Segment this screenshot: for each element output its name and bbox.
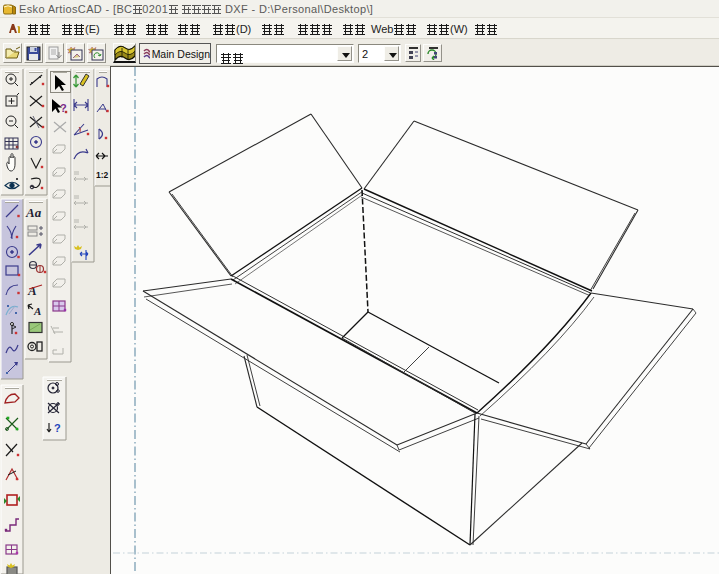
svg-text:1:2: 1:2 <box>96 170 109 180</box>
svg-text:A: A <box>27 283 37 298</box>
svg-text:Aa: Aa <box>25 205 42 220</box>
svg-text:?: ? <box>54 422 61 434</box>
svg-text:A: A <box>33 305 41 317</box>
